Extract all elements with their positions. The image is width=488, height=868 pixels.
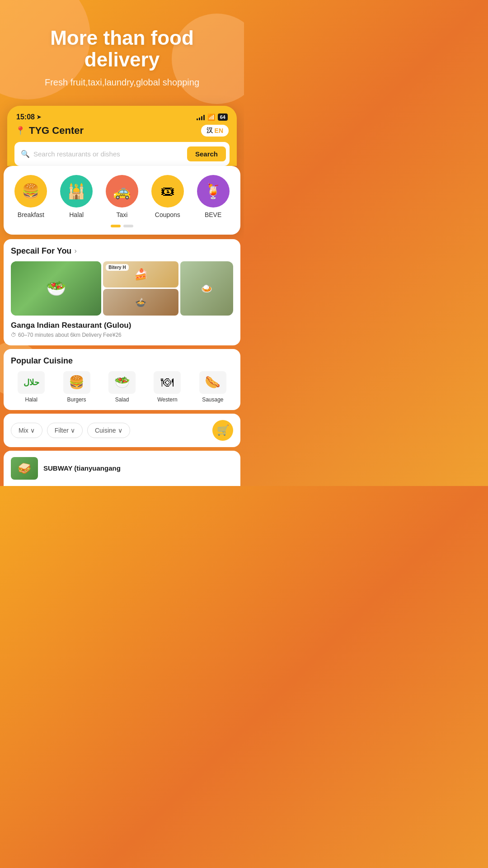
special-section-header: Specail For You › — [11, 246, 233, 256]
location-bar: 📍 TYG Center 汉 EN — [14, 125, 230, 137]
cuisine-row: حلال Halal 🍔 Burgers 🥗 Salad 🍽 Western 🌭… — [11, 371, 233, 403]
cuisine-chevron-icon: ∨ — [118, 427, 122, 434]
coupons-icon-circle: 🎟 — [151, 175, 184, 208]
halal-icon-circle: 🕌 — [60, 175, 93, 208]
cart-fab-button[interactable]: 🛒 — [212, 420, 233, 441]
mix-button[interactable]: Mix ∨ — [11, 423, 42, 438]
signal-icon — [197, 114, 205, 120]
dot-1 — [111, 225, 121, 227]
status-icons: 📶 64 — [197, 113, 228, 121]
cuisine-item-halal[interactable]: حلال Halal — [11, 371, 52, 403]
burgers-cuisine-label: Burgers — [67, 396, 86, 403]
special-for-you-section: Specail For You › Bitery H Ganga Indian … — [4, 239, 240, 345]
beve-icon: 🍹 — [204, 183, 222, 200]
category-item-halal[interactable]: 🕌 Halal — [54, 175, 99, 218]
beve-icon-circle: 🍹 — [197, 175, 230, 208]
western-cuisine-icon: 🍽 — [154, 371, 181, 394]
category-item-breakfast[interactable]: 🍔 Breakfast — [8, 175, 54, 218]
restaurant-name[interactable]: Ganga Indian Restaurant (Gulou) — [11, 321, 233, 330]
category-item-beve[interactable]: 🍹 BEVE — [190, 175, 236, 218]
page-indicators — [8, 225, 236, 227]
popular-section-title: Popular Cuisine — [11, 356, 73, 366]
halal-label: Halal — [69, 211, 84, 218]
cuisine-item-western[interactable]: 🍽 Western — [147, 371, 188, 403]
popular-cuisine-section: Popular Cuisine حلال Halal 🍔 Burgers 🥗 S… — [4, 349, 240, 410]
taxi-label: Taxi — [117, 211, 128, 218]
halal-cuisine-icon: حلال — [18, 371, 45, 394]
coupons-label: Coupons — [155, 211, 180, 218]
filter-label: Filter — [55, 427, 69, 434]
sausage-cuisine-icon: 🌭 — [199, 371, 226, 394]
indian-food-image — [11, 261, 101, 316]
cuisine-label: Cuisine — [95, 427, 116, 434]
language-toggle[interactable]: 汉 EN — [201, 125, 229, 137]
category-row: 🍔 Breakfast 🕌 Halal 🚕 Taxi 🎟 Coupons — [8, 175, 236, 218]
breakfast-icon-circle: 🍔 — [14, 175, 47, 208]
category-item-coupons[interactable]: 🎟 Coupons — [145, 175, 190, 218]
popular-section-header: Popular Cuisine — [11, 356, 233, 366]
noodles-image — [103, 289, 178, 316]
food-image-noodles — [103, 289, 178, 316]
subway-restaurant-image: 🥪 — [11, 457, 38, 480]
location-pin-icon: 📍 — [15, 126, 25, 136]
cuisine-item-salad[interactable]: 🥗 Salad — [102, 371, 142, 403]
food-image-cake: Bitery H — [103, 261, 178, 288]
restaurant-delivery-info: 60–70 minutes about 6km Delivery Fee¥26 — [18, 332, 122, 338]
status-time: 15:08 ➤ — [16, 113, 41, 121]
salad-cuisine-label: Salad — [115, 396, 129, 403]
category-card: 🍔 Breakfast 🕌 Halal 🚕 Taxi 🎟 Coupons — [4, 166, 240, 235]
search-icon: 🔍 — [21, 150, 30, 158]
filter-bar: Mix ∨ Filter ∨ Cuisine ∨ 🛒 — [4, 414, 240, 447]
cuisine-button[interactable]: Cuisine ∨ — [87, 423, 130, 438]
breakfast-icon: 🍔 — [22, 183, 40, 200]
status-bar: 15:08 ➤ 📶 64 — [14, 113, 230, 125]
dot-2 — [123, 225, 133, 227]
filter-chevron-icon: ∨ — [70, 427, 75, 434]
bitery-badge: Bitery H — [106, 264, 128, 271]
coupons-icon: 🎟 — [160, 183, 175, 199]
halal-cuisine-label: Halal — [25, 396, 38, 403]
wifi-icon: 📶 — [207, 113, 215, 121]
special-section-title: Specail For You — [11, 246, 71, 256]
sausage-cuisine-label: Sausage — [202, 396, 223, 403]
subway-restaurant-name: SUBWAY (tianyuangang — [43, 464, 121, 472]
lang-english[interactable]: EN — [215, 127, 223, 134]
hero-subtitle: Fresh fruit,taxi,laundry,global shopping — [14, 77, 230, 88]
battery-indicator: 64 — [218, 113, 228, 121]
hero-section: More than food delivery Fresh fruit,taxi… — [0, 0, 244, 97]
location-name: TYG Center — [29, 125, 84, 137]
cart-icon: 🛒 — [217, 425, 229, 436]
bottom-restaurant-peek[interactable]: 🥪 SUBWAY (tianyuangang — [4, 451, 240, 486]
breakfast-label: Breakfast — [18, 211, 44, 218]
restaurant-meta: ⏱ 60–70 minutes about 6km Delivery Fee¥2… — [11, 332, 233, 338]
food-images-row: Bitery H — [11, 261, 233, 316]
cake-image: Bitery H — [103, 261, 178, 288]
search-button[interactable]: Search — [187, 146, 226, 161]
food-image-rice — [180, 261, 233, 316]
location-arrow-icon: ➤ — [37, 114, 41, 120]
food-images-secondary: Bitery H — [103, 261, 178, 316]
salad-cuisine-icon: 🥗 — [108, 371, 136, 394]
lang-chinese[interactable]: 汉 — [206, 127, 213, 135]
food-image-main — [11, 261, 101, 316]
taxi-icon-circle: 🚕 — [106, 175, 138, 208]
mix-label: Mix — [19, 427, 28, 434]
search-input[interactable]: Search restaurants or dishes — [33, 150, 183, 158]
phone-card: 15:08 ➤ 📶 64 📍 TYG Center 汉 EN 🔍 Search … — [7, 106, 237, 166]
location-left: 📍 TYG Center — [15, 125, 84, 137]
cuisine-item-sausage[interactable]: 🌭 Sausage — [192, 371, 233, 403]
cuisine-item-burgers[interactable]: 🍔 Burgers — [56, 371, 97, 403]
western-cuisine-label: Western — [157, 396, 177, 403]
rice-image — [180, 261, 233, 316]
special-section-arrow-icon[interactable]: › — [74, 247, 76, 255]
burgers-cuisine-icon: 🍔 — [63, 371, 90, 394]
halal-icon: 🕌 — [67, 183, 85, 200]
hero-title: More than food delivery — [14, 27, 230, 71]
beve-label: BEVE — [205, 211, 221, 218]
taxi-icon: 🚕 — [113, 183, 131, 200]
search-bar: 🔍 Search restaurants or dishes Search — [14, 142, 230, 166]
mix-chevron-icon: ∨ — [30, 427, 35, 434]
filter-button[interactable]: Filter ∨ — [47, 423, 83, 438]
clock-icon: ⏱ — [11, 332, 16, 338]
category-item-taxi[interactable]: 🚕 Taxi — [99, 175, 145, 218]
